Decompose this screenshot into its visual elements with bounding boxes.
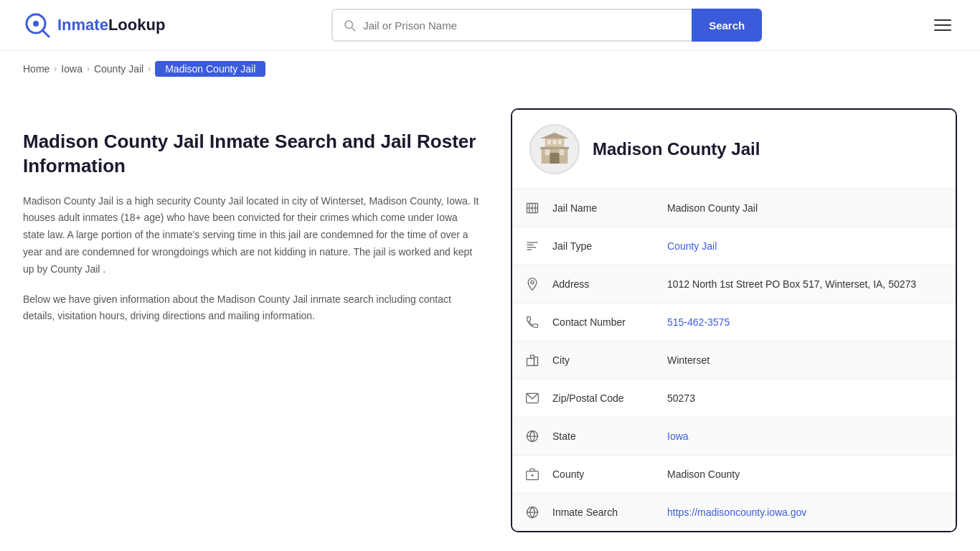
svg-rect-11	[560, 149, 565, 155]
info-value-8[interactable]: https://madisoncounty.iowa.gov	[667, 495, 956, 529]
info-label-5: Zip/Postal Code	[552, 381, 667, 415]
svg-rect-25	[527, 359, 534, 366]
info-label-0: Jail Name	[552, 191, 667, 225]
logo-text: InmateLookup	[57, 16, 165, 34]
table-row: Jail TypeCounty Jail	[512, 227, 956, 265]
state-icon	[512, 418, 552, 455]
logo-icon	[23, 11, 52, 39]
info-label-2: Address	[552, 267, 667, 301]
table-row: CityWinterset	[512, 342, 956, 380]
info-value-4: Winterset	[667, 343, 956, 377]
info-label-8: Inmate Search	[552, 495, 667, 529]
breadcrumb-iowa[interactable]: Iowa	[61, 63, 83, 75]
svg-rect-9	[550, 153, 559, 164]
chevron-icon-2: ›	[87, 64, 90, 74]
info-link-1[interactable]: County Jail	[667, 240, 717, 252]
menu-line-1	[934, 19, 951, 21]
table-row: Inmate Searchhttps://madisoncounty.iowa.…	[512, 494, 956, 531]
table-row: Contact Number515-462-3575	[512, 303, 956, 342]
svg-line-4	[352, 28, 356, 32]
breadcrumb-current: Madison County Jail	[155, 61, 265, 77]
info-value-1[interactable]: County Jail	[667, 229, 956, 263]
svg-point-3	[345, 21, 353, 29]
breadcrumb-county-jail[interactable]: County Jail	[94, 63, 143, 75]
county-icon	[512, 456, 552, 493]
breadcrumb: Home › Iowa › County Jail › Madison Coun…	[0, 51, 980, 87]
info-rows-container: Jail NameMadison County JailJail TypeCou…	[512, 189, 956, 531]
info-value-3[interactable]: 515-462-3575	[667, 305, 956, 339]
table-row: Jail NameMadison County Jail	[512, 189, 956, 227]
table-row: Address1012 North 1st Street PO Box 517,…	[512, 265, 956, 303]
address-icon	[512, 265, 552, 303]
chevron-icon-3: ›	[148, 64, 151, 74]
description-para-2: Below we have given information about th…	[23, 291, 482, 326]
search-input-wrap	[331, 9, 692, 42]
table-row: Zip/Postal Code50273	[512, 380, 956, 418]
menu-line-2	[934, 24, 951, 26]
info-link-3[interactable]: 515-462-3575	[667, 316, 730, 328]
building-icon	[537, 131, 573, 167]
svg-rect-27	[534, 357, 538, 366]
search-icon	[343, 19, 356, 32]
info-label-6: State	[552, 419, 667, 453]
site-header: InmateLookup Search	[0, 0, 980, 51]
logo-link[interactable]: InmateLookup	[23, 11, 165, 39]
svg-rect-26	[531, 355, 534, 358]
type-icon	[512, 227, 552, 265]
info-value-2: 1012 North 1st Street PO Box 517, Winter…	[667, 267, 956, 301]
card-title: Madison County Jail	[593, 139, 760, 159]
info-label-4: City	[552, 343, 667, 377]
menu-line-3	[934, 29, 951, 31]
search-bar: Search	[331, 9, 762, 42]
info-label-7: County	[552, 457, 667, 491]
svg-point-2	[33, 21, 39, 27]
card-logo	[529, 124, 580, 174]
svg-marker-8	[540, 133, 569, 138]
inmate-icon	[512, 494, 552, 531]
svg-line-1	[42, 30, 49, 37]
left-panel: Madison County Jail Inmate Search and Ja…	[23, 108, 482, 338]
city-icon	[512, 342, 552, 379]
info-label-3: Contact Number	[552, 305, 667, 339]
svg-rect-13	[553, 140, 557, 145]
main-content: Madison County Jail Inmate Search and Ja…	[0, 87, 980, 551]
svg-rect-10	[545, 149, 550, 155]
menu-button[interactable]	[928, 14, 957, 37]
table-row: StateIowa	[512, 418, 956, 456]
description-para-1: Madison County Jail is a high security C…	[23, 193, 482, 278]
info-link-6[interactable]: Iowa	[667, 430, 689, 442]
jail-icon	[512, 189, 552, 227]
page-title: Madison County Jail Inmate Search and Ja…	[23, 130, 482, 179]
svg-point-24	[531, 281, 534, 283]
table-row: CountyMadison County	[512, 456, 956, 494]
search-input[interactable]	[363, 19, 682, 32]
chevron-icon-1: ›	[54, 64, 57, 74]
svg-rect-12	[547, 140, 551, 145]
svg-rect-14	[558, 140, 562, 145]
search-button[interactable]: Search	[692, 9, 762, 42]
info-link-8[interactable]: https://madisoncounty.iowa.gov	[667, 507, 806, 518]
info-value-0: Madison County Jail	[667, 191, 956, 225]
svg-rect-7	[540, 147, 569, 149]
info-value-7: Madison County	[667, 457, 956, 491]
card-header: Madison County Jail	[512, 110, 956, 189]
info-value-5: 50273	[667, 381, 956, 415]
info-label-1: Jail Type	[552, 229, 667, 263]
zip-icon	[512, 380, 552, 417]
phone-icon	[512, 303, 552, 341]
breadcrumb-home[interactable]: Home	[23, 63, 50, 75]
info-value-6[interactable]: Iowa	[667, 419, 956, 453]
info-card: Madison County Jail Jail NameMadison Cou…	[511, 108, 957, 532]
